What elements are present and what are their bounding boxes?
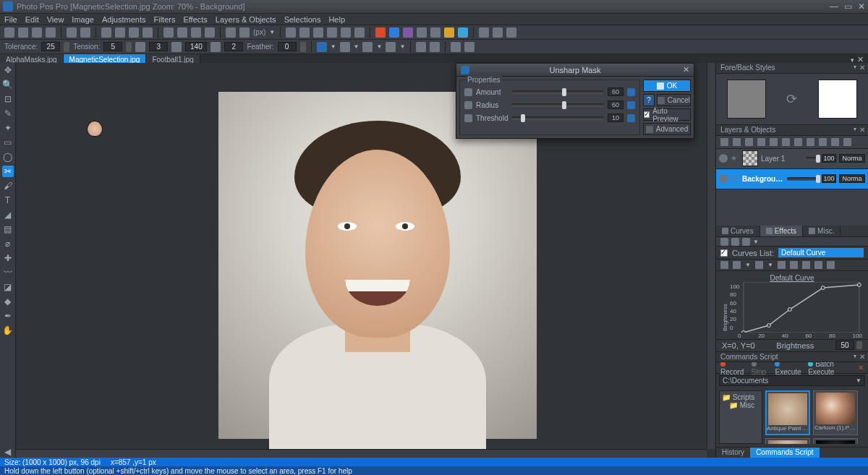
menu-effects[interactable]: Effects: [183, 15, 207, 24]
visibility-icon[interactable]: [719, 154, 728, 163]
amount-slider[interactable]: [511, 90, 604, 94]
zoom-in-icon[interactable]: [163, 27, 174, 38]
opt-ico-d[interactable]: [340, 42, 350, 52]
red-swatch-icon[interactable]: [375, 27, 386, 38]
radius-reset-icon[interactable]: [627, 101, 635, 109]
flip-v-icon[interactable]: [354, 27, 365, 38]
curve-graph[interactable]: [741, 282, 862, 333]
subtab-curves[interactable]: Curves: [716, 226, 760, 236]
gradient-icon[interactable]: ▤: [2, 223, 14, 235]
ruler-icon[interactable]: [239, 27, 250, 38]
curve-tool-g-icon[interactable]: [814, 261, 822, 269]
star-icon[interactable]: ★: [731, 174, 739, 183]
radius-slider[interactable]: [511, 103, 604, 107]
layers-pin-icon[interactable]: ▾: [854, 126, 856, 134]
save-icon[interactable]: [32, 27, 42, 38]
layer-down-icon[interactable]: [770, 138, 778, 146]
threshold-reset-icon[interactable]: [627, 114, 635, 122]
script-pin-icon[interactable]: ▾: [854, 353, 856, 361]
print-icon[interactable]: [46, 27, 56, 38]
menu-filters[interactable]: Filters: [153, 15, 175, 24]
subtab-effects[interactable]: Effects: [760, 226, 803, 236]
effects-nav-dd[interactable]: ▼: [753, 239, 759, 245]
menu-selections[interactable]: Selections: [284, 15, 321, 24]
feather-stepper[interactable]: [300, 42, 306, 52]
blue-swatch-icon[interactable]: [389, 27, 399, 38]
layers-close-icon[interactable]: ✕: [859, 126, 865, 134]
close-window-icon[interactable]: ✕: [858, 1, 865, 12]
effect-a-icon[interactable]: [417, 27, 427, 38]
opt-val-b[interactable]: 140: [185, 42, 207, 51]
zoom-fit-icon[interactable]: [191, 27, 201, 38]
panel-close-icon[interactable]: ✕: [859, 64, 865, 72]
preset-3[interactable]: [765, 438, 810, 444]
curve-tool-a-icon[interactable]: [720, 261, 728, 269]
menu-file[interactable]: File: [4, 15, 17, 24]
minimize-icon[interactable]: —: [830, 1, 838, 12]
amount-reset-icon[interactable]: [627, 88, 635, 96]
opt-ico-j[interactable]: [464, 42, 475, 52]
frame-a-icon[interactable]: [479, 27, 489, 38]
new-icon[interactable]: [4, 27, 14, 38]
pen-tool-icon[interactable]: ✒: [2, 310, 14, 322]
star-icon[interactable]: ★: [731, 154, 739, 163]
script-path[interactable]: C:\Documents▼: [719, 375, 865, 386]
background-swatch[interactable]: [818, 80, 857, 119]
opt-ico-f[interactable]: [386, 42, 396, 52]
opt-ico-c[interactable]: [210, 42, 221, 52]
opt-e-dd[interactable]: ▼: [376, 43, 382, 50]
heal-tool-icon[interactable]: ✚: [2, 252, 14, 264]
opacity-value[interactable]: 100: [822, 174, 836, 183]
clone-tool-icon[interactable]: ⌀: [2, 238, 14, 249]
opacity-slider[interactable]: [806, 157, 819, 161]
opt-ico-i[interactable]: [451, 42, 461, 52]
menu-help[interactable]: Help: [328, 15, 345, 24]
layer-mask-icon[interactable]: [807, 138, 814, 146]
curve-tool-c-dd[interactable]: ▼: [767, 262, 773, 268]
layer-del-icon[interactable]: [745, 138, 753, 146]
layer-merge-icon[interactable]: [782, 138, 790, 146]
opt-ico-b[interactable]: [171, 42, 182, 52]
threshold-value[interactable]: 10: [608, 114, 624, 122]
opt-ico-g[interactable]: [416, 42, 426, 52]
help-button[interactable]: ?: [643, 94, 655, 106]
curve-tool-c-icon[interactable]: [755, 261, 763, 269]
opt-ico-e[interactable]: [362, 42, 373, 52]
threshold-slider[interactable]: [511, 116, 604, 120]
units-dropdown-icon[interactable]: ▼: [269, 29, 275, 35]
opt-f-dd[interactable]: ▼: [399, 43, 405, 50]
frame-c-icon[interactable]: [506, 27, 516, 38]
opt-mode-a-icon[interactable]: [317, 42, 327, 52]
effects-nav-c-icon[interactable]: [742, 238, 750, 246]
opt-d-dd[interactable]: ▼: [354, 43, 359, 50]
h-scrollbar[interactable]: [16, 449, 707, 458]
layer-more-icon[interactable]: [843, 138, 851, 146]
copy-icon[interactable]: [115, 27, 125, 38]
move-tool-icon[interactable]: ✥: [2, 64, 14, 76]
zoom-out-icon[interactable]: [177, 27, 187, 38]
visibility-icon[interactable]: [719, 174, 728, 183]
menu-edit[interactable]: Edit: [25, 15, 39, 24]
resize-icon[interactable]: [299, 27, 310, 38]
curves-list-select[interactable]: Default Curve: [778, 248, 864, 257]
eyedropper-icon[interactable]: ✎: [2, 108, 14, 119]
swap-colors-icon[interactable]: ⟳: [781, 88, 803, 110]
curve-tool-f-icon[interactable]: [802, 261, 810, 269]
opacity-value[interactable]: 100: [822, 154, 836, 163]
purple-swatch-icon[interactable]: [403, 27, 413, 38]
blend-mode-select[interactable]: Norma: [839, 174, 865, 183]
zoom-tool-icon[interactable]: 🔍: [2, 79, 14, 90]
crop-icon[interactable]: [286, 27, 296, 38]
curve-tool-b-dd[interactable]: ▼: [745, 262, 751, 268]
flame-icon[interactable]: [444, 27, 454, 38]
eraser-tool-icon[interactable]: ◪: [2, 281, 14, 293]
cut-icon[interactable]: [101, 27, 111, 38]
opacity-slider[interactable]: [787, 177, 819, 181]
zoom-actual-icon[interactable]: [205, 27, 215, 38]
panel-pin-icon[interactable]: ▾: [854, 64, 856, 72]
curve-tool-d-icon[interactable]: [778, 261, 786, 269]
layer-row-1[interactable]: ★ Layer 1 100 Norma: [716, 149, 868, 169]
crop-tool-icon[interactable]: ⊡: [2, 93, 14, 105]
opt-val-a[interactable]: 3: [149, 42, 168, 51]
brightness-value[interactable]: 50: [835, 341, 854, 350]
